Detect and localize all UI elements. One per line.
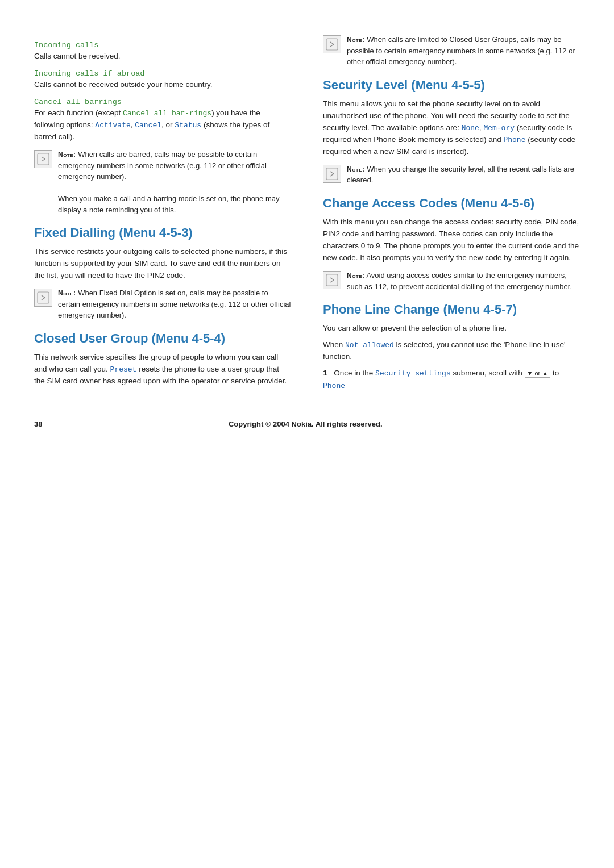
change-access-title: Change Access Codes (Menu 4-5-6) xyxy=(323,196,580,211)
note-icon-3 xyxy=(323,35,341,53)
incoming-calls-body: Calls cannot be received. xyxy=(34,51,291,62)
svg-rect-4 xyxy=(326,274,338,286)
closed-user-group-body: This network service specifies the group… xyxy=(34,352,291,387)
note-icon-4 xyxy=(323,165,341,183)
footer-text: Copyright © 2004 Nokia. All rights reser… xyxy=(229,420,383,428)
security-level-title: Security Level (Menu 4-5-5) xyxy=(323,78,580,93)
security-level-body: This menu allows you to set the phone se… xyxy=(323,98,580,158)
note-box-5: Note: Avoid using access codes similar t… xyxy=(323,270,580,292)
closed-user-group-title: Closed User Group (Menu 4-5-4) xyxy=(34,331,291,346)
svg-rect-0 xyxy=(38,153,49,165)
note-box-3: Note: When calls are limited to Closed U… xyxy=(323,34,580,68)
note-icon-1 xyxy=(34,150,52,168)
note-box-4: Note: When you change the security level… xyxy=(323,164,580,186)
note-content-2: Note: When Fixed Dial Option is set on, … xyxy=(58,287,291,321)
phone-line-change-title: Phone Line Change (Menu 4-5-7) xyxy=(323,302,580,317)
note-icon-5 xyxy=(323,271,341,289)
svg-rect-1 xyxy=(38,292,49,303)
left-column: Incoming calls Calls cannot be received.… xyxy=(34,34,297,397)
note-content-3: Note: When calls are limited to Closed U… xyxy=(347,34,580,68)
note-content-1: Note: When calls are barred, calls may b… xyxy=(58,149,291,215)
incoming-calls-abroad-label: Incoming calls if abroad xyxy=(34,69,291,78)
phone-line-change-body1: You can allow or prevent the selection o… xyxy=(323,323,580,335)
incoming-calls-label: Incoming calls xyxy=(34,41,291,49)
change-access-body: With this menu you can change the access… xyxy=(323,216,580,264)
note-content-5: Note: Avoid using access codes similar t… xyxy=(347,270,580,292)
cancel-all-barrings-label: Cancel all barrings xyxy=(34,98,291,106)
page-number: 38 xyxy=(34,420,42,428)
note-box-2: Note: When Fixed Dial Option is set on, … xyxy=(34,287,291,321)
incoming-calls-abroad-body: Calls cannot be received outside your ho… xyxy=(34,79,291,91)
fixed-dialling-title: Fixed Dialling (Menu 4-5-3) xyxy=(34,226,291,240)
step-1: 1 Once in the Security settings submenu,… xyxy=(323,368,580,391)
phone-line-change-body2: When Not allowed is selected, you cannot… xyxy=(323,339,580,363)
note-box-1: Note: When calls are barred, calls may b… xyxy=(34,149,291,215)
right-column: Note: When calls are limited to Closed U… xyxy=(317,34,580,397)
fixed-dialling-body: This service restricts your outgoing cal… xyxy=(34,246,291,282)
note-content-4: Note: When you change the security level… xyxy=(347,164,580,186)
cancel-all-barrings-body: For each function (except Cancel all bar… xyxy=(34,107,291,143)
svg-rect-2 xyxy=(326,39,338,50)
svg-rect-3 xyxy=(326,168,338,180)
note-icon-2 xyxy=(34,289,52,307)
